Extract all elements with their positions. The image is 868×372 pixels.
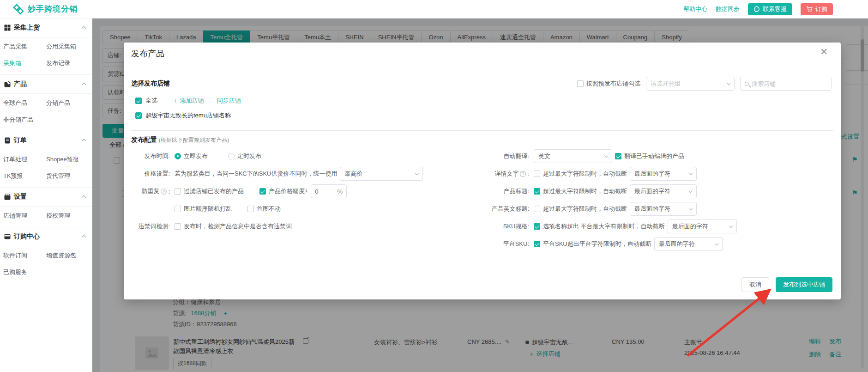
checkbox-checked[interactable] [534,223,540,230]
select-all-checkbox[interactable] [135,98,142,104]
radio-label: 定时发布 [237,152,261,160]
dropdown-value: 最后面的字符 [634,170,670,178]
checkbox-option[interactable]: 平台SKU超出平台字符限制时，自动截断 [534,240,651,248]
dropdown-select[interactable]: 最后面的字符 [630,202,697,216]
chevron-down-icon [689,171,693,175]
checkbox-label: 平台SKU超出平台字符限制时，自动截断 [543,240,651,248]
dropdown-select[interactable]: 最高价 [340,167,423,181]
close-icon[interactable]: ✕ [820,46,828,57]
store-search-input[interactable] [752,80,816,87]
store-search[interactable] [740,77,832,91]
sidebar-item-订单处理[interactable]: 订单处理 [3,151,46,168]
cancel-button[interactable]: 取消 [741,277,769,292]
sidebar-section-header[interactable]: 订购中心 [0,227,92,246]
sidebar-section-header[interactable]: 产品 [0,74,92,94]
sidebar-item-授权管理[interactable]: 授权管理 [46,207,92,224]
group-select-placeholder: 请选择分组 [651,79,681,88]
sidebar-item-非分销产品[interactable]: 非分销产品 [3,111,46,128]
modal-section-divider [131,130,833,131]
sidebar-item-发布记录[interactable]: 发布记录 [46,55,92,72]
sidebar-item-公用采集箱[interactable]: 公用采集箱 [46,38,92,55]
data-sync-link[interactable]: 数据同步 [716,5,740,13]
checkbox-checked[interactable] [259,188,266,195]
checkbox-unchecked[interactable] [175,223,181,230]
sidebar-item-软件订阅[interactable]: 软件订阅 [3,247,46,264]
checkbox-option[interactable]: 超过最大字符限制时，自动截断 [534,170,627,178]
radio-label: 立即发布 [184,152,208,160]
dropdown-select[interactable]: 英文 [534,149,612,163]
config-row-label: 发布时间: [131,152,170,160]
chevron-down-icon [714,241,718,245]
checkbox-label: 翻译已手动编辑的产品 [624,152,684,160]
config-row-label: 产品标题: [488,187,529,195]
sidebar-section-header[interactable]: 采集上货 [0,18,92,37]
preset-store-label: 按照预发布店铺勾选 [586,79,640,88]
config-row: 防重复?:过滤店铺已发布的产品产品价格幅度±0% [131,184,482,198]
sync-store-link[interactable]: 同步店铺 [217,97,241,105]
checkbox-option[interactable]: 图片顺序随机打乱 [175,205,232,213]
config-row-controls: 英文翻译已手动编辑的产品 [534,149,684,163]
select-all-label: 全选 [145,97,157,105]
dropdown-select[interactable]: 最后面的字符 [654,237,723,251]
sidebar-section-header[interactable]: 订单 [0,131,92,150]
store-option-row[interactable]: 超级宇宙无敌长的temu店铺名称 [135,111,231,120]
info-icon: ? [520,171,526,177]
checkbox-checked[interactable] [534,241,540,247]
dropdown-select[interactable]: 最后面的字符 [668,220,737,233]
radio-checked[interactable] [175,153,181,159]
checkbox-checked[interactable] [615,153,621,159]
checkbox-option[interactable]: 发布时，检测产品信息中是否含有违禁词 [175,222,292,231]
config-row-label: 防重复?: [131,187,170,195]
checkbox-option[interactable]: 选项名称超出 平台最大字符限制时，自动截断 [534,222,665,231]
add-store-link[interactable]: ＋ 添加店铺 [172,97,204,105]
sidebar-item-TK预报[interactable]: TK预报 [3,168,46,184]
checkbox-unchecked[interactable] [175,188,181,195]
sidebar-item-Shopee预报[interactable]: Shopee预报 [46,151,92,168]
checkbox-checked[interactable] [534,188,540,195]
checkbox-option[interactable]: 超过最大字符限制时，自动截断 [534,187,627,195]
checkbox-unchecked[interactable] [534,171,540,177]
radio-unchecked[interactable] [228,153,235,159]
checkbox-option[interactable]: 翻译已手动编辑的产品 [615,152,684,160]
sidebar-item-货代管理[interactable]: 货代管理 [46,168,92,184]
chevron-up-icon [82,26,86,31]
dropdown-value: 最高价 [344,170,362,178]
preset-store-checkbox[interactable]: 按照预发布店铺勾选 [577,79,640,88]
sidebar-item-增值资源包[interactable]: 增值资源包 [46,247,92,264]
radio-option[interactable]: 立即发布 [175,152,208,160]
sidebar-section-header[interactable]: 设置 [0,187,92,207]
dropdown-select[interactable]: 最后面的字符 [630,184,697,198]
dropdown-select[interactable]: 最后面的字符 [630,167,697,181]
config-row-controls: 若为服装类目，当同一SKC下的SKU供货价不同时，统一使用最高价 [175,167,423,181]
sidebar-item-店铺管理[interactable]: 店铺管理 [3,207,46,224]
contact-support-button[interactable]: 联系客服 [748,3,792,15]
store-option-checkbox[interactable] [135,112,142,119]
config-row-controls: 过滤店铺已发布的产品产品价格幅度±0% [175,184,347,198]
checkbox-unchecked[interactable] [175,206,181,212]
info-icon: ? [161,189,167,195]
sidebar-item-已购服务[interactable]: 已购服务 [3,264,46,281]
brand: 妙手跨境分销 [13,4,78,15]
order-button[interactable]: 订购 [801,3,833,15]
publish-to-stores-button[interactable]: 发布到选中店铺 [776,277,832,292]
sidebar-section-title: 产品 [14,80,27,88]
sidebar-item-产品采集[interactable]: 产品采集 [3,38,46,55]
sidebar-section-items: 全球产品分销产品非分销产品 [0,94,92,131]
sidebar-item-全球产品[interactable]: 全球产品 [3,95,46,111]
sidebar-item-分销产品[interactable]: 分销产品 [46,95,92,111]
checkbox-option[interactable]: 超过最大字符限制时，自动截断 [534,205,627,213]
percent-input[interactable]: 0% [311,184,347,198]
checkbox-unchecked[interactable] [534,206,540,212]
checkbox-unchecked[interactable] [247,206,254,212]
help-center-link[interactable]: 帮助中心 [683,5,707,13]
group-select[interactable]: 请选择分组 [646,77,735,91]
checkbox-option[interactable]: 首图不动 [247,205,281,213]
checkbox-option[interactable]: 产品价格幅度± [259,187,308,195]
cart-icon [806,6,813,12]
config-row: 图片顺序随机打乱首图不动 [131,202,482,216]
checkbox-option[interactable]: 过滤店铺已发布的产品 [175,187,244,195]
config-row-controls: 超过最大字符限制时，自动截断最后面的字符 [534,167,697,181]
sidebar-item-采集箱[interactable]: 采集箱 [3,55,46,72]
radio-option[interactable]: 定时发布 [228,152,261,160]
checkbox[interactable] [577,80,584,87]
